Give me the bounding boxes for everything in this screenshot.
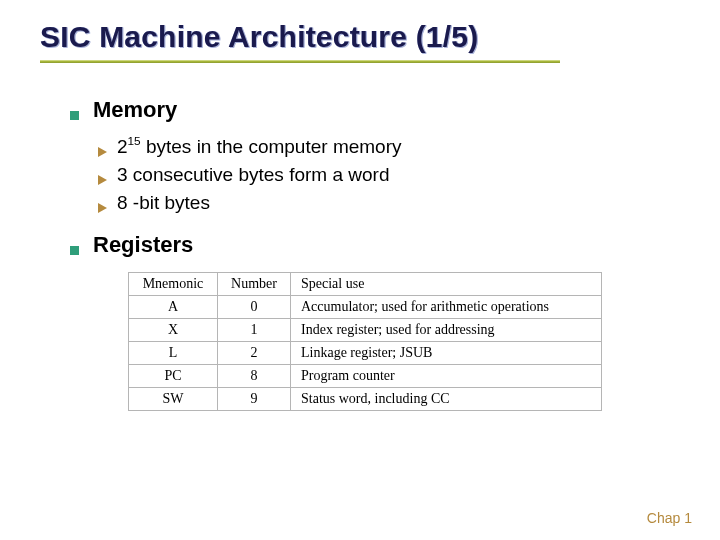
section-registers: Registers (70, 232, 680, 258)
registers-table: Mnemonic Number Special use A 0 Accumula… (128, 272, 602, 411)
col-header-number: Number (218, 273, 291, 296)
list-item-text: 3 consecutive bytes form a word (117, 164, 389, 186)
cell-mnemonic: PC (129, 365, 218, 388)
section-heading: Registers (93, 232, 193, 258)
list-item: 8 -bit bytes (98, 192, 680, 214)
table-row: A 0 Accumulator; used for arithmetic ope… (129, 296, 602, 319)
table-row: PC 8 Program counter (129, 365, 602, 388)
cell-mnemonic: A (129, 296, 218, 319)
cell-number: 0 (218, 296, 291, 319)
cell-number: 1 (218, 319, 291, 342)
table-row: X 1 Index register; used for addressing (129, 319, 602, 342)
cell-mnemonic: L (129, 342, 218, 365)
base: 2 (117, 136, 128, 157)
rest: bytes in the computer memory (141, 136, 402, 157)
list-item-text: 8 -bit bytes (117, 192, 210, 214)
table-row: L 2 Linkage register; JSUB (129, 342, 602, 365)
slide: SIC Machine Architecture (1/5) Memory 21… (0, 0, 720, 540)
cell-number: 9 (218, 388, 291, 411)
square-bullet-icon (70, 246, 79, 255)
section-memory: Memory (70, 97, 680, 123)
col-header-mnemonic: Mnemonic (129, 273, 218, 296)
list-item: 215 bytes in the computer memory (98, 135, 680, 158)
content: Memory 215 bytes in the computer memory … (70, 97, 680, 411)
arrow-bullet-icon (98, 147, 107, 157)
cell-special: Linkage register; JSUB (291, 342, 602, 365)
memory-items: 215 bytes in the computer memory 3 conse… (98, 135, 680, 214)
page-title: SIC Machine Architecture (1/5) (40, 20, 680, 54)
footer-chapter: Chap 1 (647, 510, 692, 526)
list-item: 3 consecutive bytes form a word (98, 164, 680, 186)
cell-special: Program counter (291, 365, 602, 388)
arrow-bullet-icon (98, 203, 107, 213)
cell-special: Index register; used for addressing (291, 319, 602, 342)
arrow-bullet-icon (98, 175, 107, 185)
registers-table-wrap: Mnemonic Number Special use A 0 Accumula… (128, 272, 680, 411)
list-item-text: 215 bytes in the computer memory (117, 135, 402, 158)
exponent: 15 (128, 134, 141, 147)
cell-mnemonic: X (129, 319, 218, 342)
cell-special: Status word, including CC (291, 388, 602, 411)
cell-number: 8 (218, 365, 291, 388)
title-underline (40, 60, 560, 63)
square-bullet-icon (70, 111, 79, 120)
cell-mnemonic: SW (129, 388, 218, 411)
table-header-row: Mnemonic Number Special use (129, 273, 602, 296)
col-header-special: Special use (291, 273, 602, 296)
table-row: SW 9 Status word, including CC (129, 388, 602, 411)
section-heading: Memory (93, 97, 177, 123)
cell-special: Accumulator; used for arithmetic operati… (291, 296, 602, 319)
cell-number: 2 (218, 342, 291, 365)
